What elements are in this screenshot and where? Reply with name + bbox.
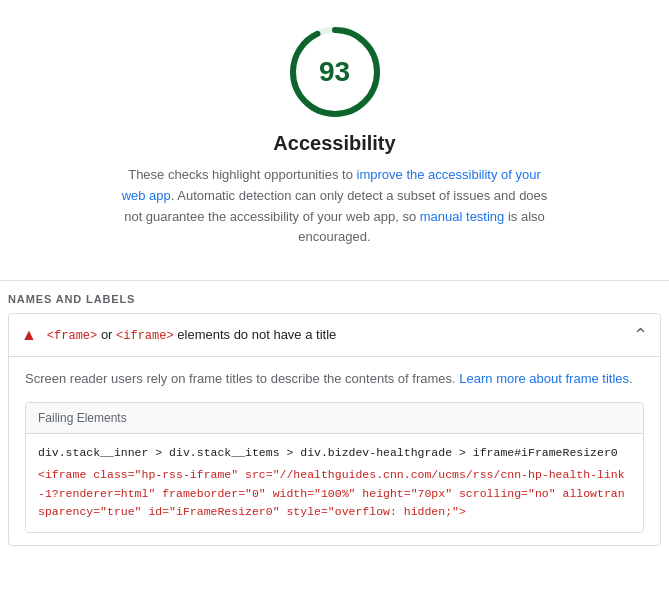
score-value: 93 <box>319 56 350 88</box>
description-text: These checks highlight opportunities to … <box>120 165 550 248</box>
accordion-item-iframe-title: ▲ <frame> or <iframe> elements do not ha… <box>8 313 661 545</box>
accordion-or-text: or <box>97 327 116 342</box>
body-desc-before: Screen reader users rely on frame titles… <box>25 371 459 386</box>
accordion-header[interactable]: ▲ <frame> or <iframe> elements do not ha… <box>9 314 660 357</box>
manual-testing-link[interactable]: manual testing <box>420 209 505 224</box>
warning-icon: ▲ <box>21 326 37 344</box>
code-frame: <frame> <box>47 329 97 343</box>
body-desc-after: . <box>629 371 633 386</box>
accordion-body: Screen reader users rely on frame titles… <box>9 357 660 544</box>
names-labels-section: Names and Labels ▲ <frame> or <iframe> e… <box>0 281 669 545</box>
failing-elements-header: Failing Elements <box>26 403 643 434</box>
top-section: 93 Accessibility These checks highlight … <box>0 0 669 264</box>
score-circle: 93 <box>287 24 383 120</box>
description-before: These checks highlight opportunities to <box>128 167 356 182</box>
html-line: <iframe class="hp-rss-iframe" src="//hea… <box>38 466 631 521</box>
learn-more-link[interactable]: Learn more about frame titles <box>459 371 629 386</box>
failing-elements-content: div.stack__inner > div.stack__items > di… <box>26 434 643 532</box>
page-title: Accessibility <box>273 132 395 155</box>
section-heading: Names and Labels <box>8 293 661 313</box>
accordion-label: <frame> or <iframe> elements do not have… <box>47 327 633 343</box>
accordion-suffix: elements do not have a title <box>174 327 337 342</box>
code-iframe: <iframe> <box>116 329 174 343</box>
chevron-up-icon: ⌃ <box>633 324 648 346</box>
selector-line: div.stack__inner > div.stack__items > di… <box>38 444 631 462</box>
accordion-description: Screen reader users rely on frame titles… <box>25 369 644 390</box>
failing-elements-box: Failing Elements div.stack__inner > div.… <box>25 402 644 533</box>
